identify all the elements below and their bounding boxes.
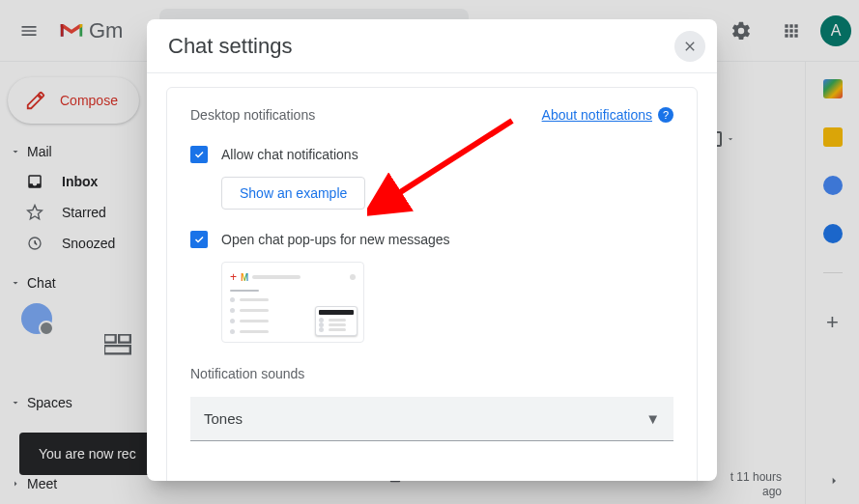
dialog-title: Chat settings	[168, 34, 292, 59]
popups-label: Open chat pop-ups for new messages	[221, 232, 450, 247]
chevron-right-icon	[826, 473, 842, 489]
calendar-icon[interactable]	[823, 79, 843, 98]
svg-rect-2	[119, 335, 130, 343]
inbox-icon	[25, 173, 44, 190]
gmail-m-icon	[58, 18, 85, 43]
popups-row: Open chat pop-ups for new messages	[190, 231, 673, 248]
main-menu-button[interactable]	[8, 10, 50, 52]
popup-preview: + M	[221, 262, 364, 343]
svg-rect-1	[104, 335, 116, 343]
dialog-body[interactable]: Desktop notifications About notification…	[147, 73, 717, 481]
mini-popup	[315, 306, 358, 336]
close-button[interactable]	[674, 31, 705, 62]
toast-text: You are now rec	[39, 446, 136, 462]
recording-toast: You are now rec	[19, 433, 156, 475]
dialog-header: Chat settings	[147, 19, 717, 73]
contacts-icon[interactable]	[823, 224, 843, 243]
app-name-text: Gm	[89, 18, 123, 43]
chevron-down-icon	[10, 146, 21, 157]
chat-settings-dialog: Chat settings Desktop notifications Abou…	[147, 19, 717, 481]
chevron-down-icon	[10, 277, 21, 289]
add-ons-button[interactable]: +	[826, 310, 839, 335]
about-notifications-link[interactable]: About notifications ?	[542, 107, 673, 123]
allow-notifications-checkbox[interactable]	[190, 146, 208, 163]
view-toggle[interactable]	[104, 334, 131, 359]
pencil-icon	[25, 90, 46, 111]
close-icon	[682, 39, 698, 54]
clock-icon	[25, 235, 44, 252]
popups-checkbox[interactable]	[190, 231, 208, 248]
chevron-right-icon	[10, 478, 21, 490]
gmail-logo[interactable]: Gm	[58, 18, 123, 43]
dropdown-label: Tones	[204, 410, 243, 427]
settings-button[interactable]	[720, 10, 762, 52]
keep-icon[interactable]	[823, 127, 843, 147]
collapse-panel-button[interactable]	[826, 473, 842, 492]
compose-button[interactable]: Compose	[8, 77, 139, 124]
activity-line2: ago	[762, 485, 782, 498]
show-example-button[interactable]: Show an example	[221, 177, 365, 210]
notification-sound-dropdown[interactable]: Tones ▼	[190, 397, 673, 441]
chat-contact-avatar[interactable]	[21, 303, 52, 334]
avatar-letter: A	[831, 22, 842, 40]
account-avatar[interactable]: A	[820, 15, 851, 46]
plus-icon: +	[230, 270, 237, 284]
divider	[823, 272, 843, 273]
sounds-heading: Notification sounds	[190, 366, 673, 381]
chevron-down-icon	[10, 397, 21, 408]
compose-label: Compose	[60, 93, 118, 108]
help-icon: ?	[658, 107, 673, 123]
apps-button[interactable]	[770, 10, 813, 52]
apps-grid-icon	[782, 21, 801, 41]
allow-notifications-label: Allow chat notifications	[221, 147, 358, 162]
activity-line1: t 11 hours	[730, 470, 782, 484]
side-panel: +	[805, 62, 859, 504]
check-icon	[193, 234, 205, 245]
chevron-down-icon	[726, 134, 735, 144]
gear-icon	[730, 20, 752, 42]
gmail-mini-icon: M	[241, 272, 248, 283]
grid-view-icon	[104, 334, 131, 355]
settings-card: Desktop notifications About notification…	[166, 87, 698, 481]
tasks-icon[interactable]	[823, 176, 843, 195]
hamburger-icon	[19, 21, 39, 41]
allow-notifications-row: Allow chat notifications	[190, 146, 673, 163]
chevron-down-icon: ▼	[645, 410, 660, 427]
section-heading: Desktop notifications	[190, 107, 315, 123]
svg-rect-3	[104, 346, 130, 353]
star-icon	[25, 204, 44, 221]
check-icon	[193, 149, 205, 160]
